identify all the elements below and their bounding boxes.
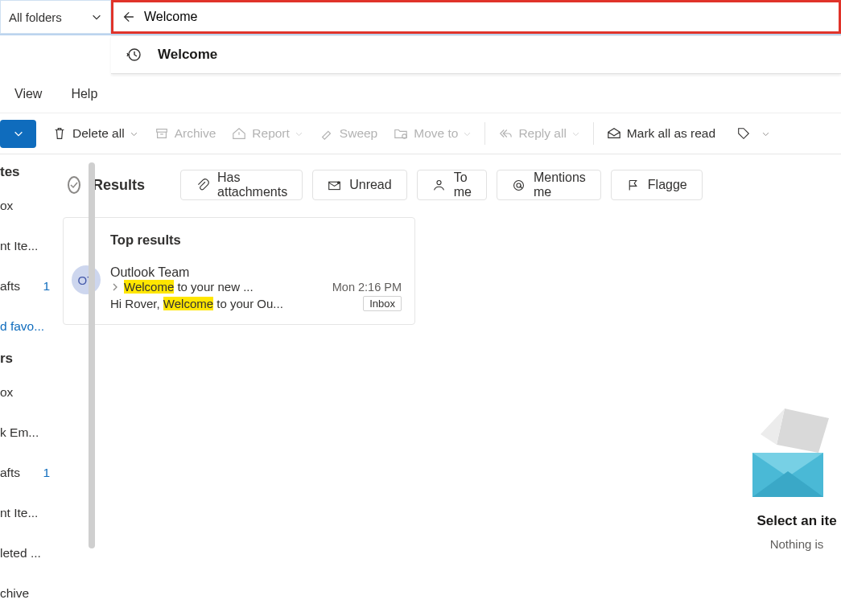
- sidebar: tes ox nt Ite... afts1 d favo... rs ox k…: [0, 154, 55, 616]
- menu-view[interactable]: View: [14, 87, 42, 101]
- sidebar-item-label: afts: [0, 466, 20, 480]
- search-suggestion-row[interactable]: Welcome: [111, 35, 841, 74]
- mail-unread-icon: [328, 179, 341, 192]
- scrollbar[interactable]: [89, 162, 95, 548]
- tag-button[interactable]: [730, 126, 777, 141]
- filter-unread[interactable]: Unread: [312, 170, 406, 200]
- report-icon: [232, 126, 246, 141]
- tag-icon: [736, 126, 751, 141]
- menu-help[interactable]: Help: [71, 87, 97, 101]
- empty-state-illustration: [752, 409, 841, 497]
- archive-button[interactable]: Archive: [148, 126, 223, 141]
- toolbar-label: Delete all: [72, 126, 125, 141]
- at-icon: [512, 179, 526, 192]
- sidebar-item[interactable]: afts1: [0, 270, 55, 302]
- sidebar-item-label: k Em...: [0, 425, 39, 440]
- sidebar-item-label: ox: [0, 199, 13, 213]
- archive-icon: [155, 126, 169, 141]
- sidebar-item[interactable]: ox: [0, 376, 55, 409]
- suggestion-text: Welcome: [158, 47, 217, 63]
- filter-to-me[interactable]: To me: [417, 170, 487, 200]
- toolbar-label: Report: [252, 126, 290, 141]
- results-list: Top results OT Outlook Team Welcome to y…: [63, 217, 415, 325]
- empty-state-title: Select an ite: [752, 513, 841, 529]
- new-mail-dropdown-button[interactable]: [0, 120, 36, 148]
- sidebar-item-label: nt Ite...: [0, 506, 38, 520]
- folder-scope-label: All folders: [9, 10, 62, 24]
- sidebar-item-label: chive: [0, 586, 29, 601]
- svg-point-7: [517, 183, 521, 187]
- sidebar-section-favorites[interactable]: tes: [0, 164, 55, 180]
- sidebar-item[interactable]: leted ...: [0, 537, 55, 569]
- toolbar-label: Move to: [414, 126, 458, 141]
- svg-point-6: [513, 180, 523, 190]
- toolbar-label: Sweep: [340, 126, 377, 141]
- filter-flagged[interactable]: Flagge: [611, 170, 703, 200]
- empty-state-subtitle: Nothing is: [752, 537, 841, 551]
- top-results-label: Top results: [64, 218, 414, 259]
- toolbar-label: Mark all as read: [627, 126, 715, 141]
- divider: [484, 122, 485, 145]
- mail-read-icon: [607, 126, 621, 141]
- trash-icon: [52, 126, 67, 141]
- sidebar-item[interactable]: nt Ite...: [0, 230, 55, 262]
- back-arrow-icon[interactable]: [113, 10, 141, 24]
- chevron-down-icon: [130, 129, 138, 138]
- move-to-button[interactable]: Move to: [387, 126, 478, 141]
- reply-all-button[interactable]: Reply all: [492, 126, 586, 141]
- count-badge: 1: [43, 466, 50, 480]
- highlight: Welcome: [124, 280, 174, 294]
- count-badge: 1: [43, 279, 50, 294]
- sidebar-item[interactable]: afts1: [0, 457, 55, 489]
- filter-has-attachments[interactable]: Has attachments: [180, 170, 303, 200]
- filter-label: Mentions me: [534, 170, 586, 199]
- sidebar-item[interactable]: chive: [0, 577, 55, 610]
- attachment-icon: [196, 179, 209, 192]
- history-icon: [126, 47, 142, 63]
- add-favorite-link[interactable]: d favo...: [0, 310, 55, 343]
- chevron-down-icon: [571, 129, 580, 138]
- chevron-down-icon: [295, 129, 303, 138]
- svg-point-5: [437, 180, 441, 184]
- highlight: Welcome: [163, 297, 213, 310]
- reading-pane-empty: Select an ite Nothing is: [752, 167, 841, 616]
- email-folder-chip: Inbox: [363, 296, 402, 311]
- svg-point-4: [337, 181, 340, 183]
- sidebar-item[interactable]: ox: [0, 190, 55, 222]
- filter-label: To me: [454, 170, 472, 199]
- sweep-button[interactable]: Sweep: [313, 126, 384, 141]
- folder-move-icon: [394, 126, 408, 141]
- filter-label: Flagge: [648, 178, 687, 192]
- chevron-down-icon: [761, 129, 770, 138]
- svg-marker-8: [777, 409, 829, 453]
- chevron-down-icon: [463, 129, 472, 138]
- select-all-checkbox[interactable]: [68, 176, 80, 194]
- toolbar-label: Archive: [175, 126, 216, 141]
- filter-label: Unread: [349, 178, 391, 192]
- chevron-down-icon: [91, 11, 102, 23]
- flag-icon: [626, 179, 640, 192]
- search-input[interactable]: [141, 10, 839, 24]
- sidebar-item-label: d favo...: [0, 319, 44, 334]
- delete-all-button[interactable]: Delete all: [46, 126, 145, 141]
- report-button[interactable]: Report: [225, 126, 310, 141]
- reply-all-icon: [498, 126, 513, 141]
- svg-rect-1: [156, 129, 167, 133]
- email-time: Mon 2:16 PM: [332, 281, 402, 294]
- person-icon: [432, 179, 446, 192]
- search-box[interactable]: [111, 0, 841, 34]
- sidebar-item-label: ox: [0, 385, 13, 400]
- sidebar-item-label: leted ...: [0, 546, 41, 561]
- email-snippet: Hi Rover, Welcome to your Ou...: [110, 297, 283, 310]
- mark-all-read-button[interactable]: Mark all as read: [600, 126, 722, 141]
- sidebar-section-folders[interactable]: rs: [0, 351, 55, 367]
- email-list-item[interactable]: OT Outlook Team Welcome to your new ... …: [64, 259, 414, 324]
- sidebar-item[interactable]: nt Ite...: [0, 497, 55, 529]
- sidebar-item-label: nt Ite...: [0, 239, 38, 253]
- toolbar-label: Reply all: [518, 126, 566, 141]
- search-folder-scope-dropdown[interactable]: All folders: [0, 0, 111, 34]
- email-subject: Welcome to your new ...: [124, 280, 254, 294]
- filter-label: Has attachments: [217, 170, 287, 199]
- sidebar-item[interactable]: k Em...: [0, 417, 55, 449]
- filter-mentions-me[interactable]: Mentions me: [497, 170, 601, 200]
